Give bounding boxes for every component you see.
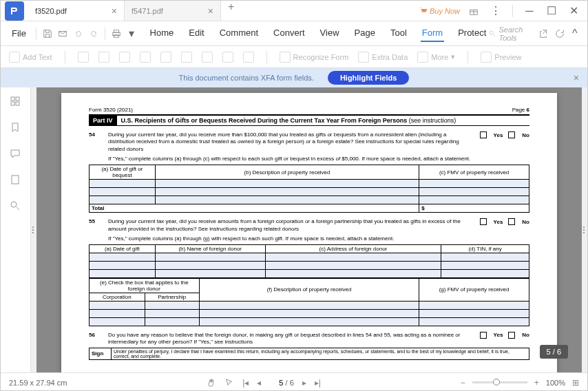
last-page-button[interactable]: ▸| [315,378,321,388]
form-id: Form 3520 (2021) [89,107,133,113]
attachment-icon[interactable] [10,174,22,187]
thumbnails-icon[interactable] [10,96,22,108]
content-area: Form 3520 (2021) Page 6 Part IV U.S. Rec… [1,87,587,372]
listbox-tool[interactable] [160,52,171,63]
document-tabs: f3520.pdf × f5471.pdf × + [28,1,419,21]
checkbox-no-54[interactable] [508,131,515,138]
zoom-in-button[interactable]: + [534,378,539,388]
button-tool[interactable] [181,52,192,63]
checkbox-yes-56[interactable] [480,332,487,339]
more-tool[interactable]: More ▾ [417,52,455,63]
q55-text: During your current tax year, did you re… [108,218,474,233]
kebab-menu-icon[interactable]: ⋮ [487,3,504,19]
xfa-message: This document contains XFA form fields. [179,74,314,82]
zoom-select[interactable]: 100% [546,379,565,387]
page-number: Page 6 [512,107,529,113]
radio-tool[interactable] [119,52,130,63]
preview-tool[interactable]: Preview [481,52,521,63]
collapse-ribbon-icon[interactable]: ^ [568,25,582,42]
sync-icon[interactable] [552,25,566,42]
table-cell[interactable] [90,180,156,188]
redo-icon[interactable] [87,25,101,42]
select-tool-icon[interactable] [224,378,234,388]
checkbox-no-56[interactable] [508,332,515,339]
extra-data-tool[interactable]: Extra Data [358,52,408,63]
maximize-button[interactable]: ☐ [543,3,560,19]
bookmark-icon[interactable] [10,122,22,134]
q56-number: 56 [89,332,103,338]
app-logo[interactable] [5,1,24,21]
menu-tab-home[interactable]: Home [149,25,176,42]
page-input[interactable] [269,379,283,387]
svg-point-5 [490,31,494,34]
sidebar [1,87,31,372]
pdf-page: Form 3520 (2021) Page 6 Part IV U.S. Rec… [61,93,557,372]
fit-page-icon[interactable]: ⊞ [572,378,579,388]
image-tool[interactable] [202,52,213,63]
comment-icon[interactable] [10,148,22,160]
file-menu[interactable]: File [6,25,32,41]
menu-tab-view[interactable]: View [319,25,341,42]
zoom-out-button[interactable]: − [461,378,465,388]
search-tools-input[interactable]: Search Tools [489,25,536,42]
search-icon [489,30,496,38]
svg-rect-10 [12,176,19,184]
form-toolbar: Add Text Recognize Form Extra Data More … [1,46,587,68]
zoom-slider[interactable] [472,381,527,383]
page-dimensions: 21.59 x 27.94 cm [9,379,67,387]
cart-icon [419,7,428,15]
recognize-form-tool[interactable]: Recognize Form [280,52,349,63]
menu-tab-page[interactable]: Page [353,25,377,42]
mail-icon[interactable] [56,25,70,42]
part-label: Part IV [89,116,117,125]
signature-tool[interactable] [222,52,233,63]
close-tab-icon[interactable]: × [112,6,117,17]
add-text-tool[interactable]: Add Text [9,52,52,63]
tab-f5471[interactable]: f5471.pdf × [125,1,221,21]
dropdown-tool[interactable] [140,52,151,63]
buy-now-link[interactable]: Buy Now [419,7,460,15]
tab-f3520[interactable]: f3520.pdf × [28,1,125,21]
page-counter: / 6 [269,379,293,387]
close-window-button[interactable]: ✕ [565,3,582,19]
menu-tab-tool[interactable]: Tool [389,25,408,42]
checkbox-tool[interactable] [98,52,109,63]
statusbar: 21.59 x 27.94 cm |◂ ◂ / 6 ▸ ▸| − + 100% … [1,372,587,391]
svg-rect-8 [11,102,14,105]
table-54: (a) Date of gift or bequest(b) Descripti… [89,165,529,213]
menu-tab-protect[interactable]: Protect [456,25,487,42]
gift-icon[interactable] [465,3,482,19]
print-icon[interactable] [109,25,123,42]
share-icon[interactable] [537,25,551,42]
minimize-button[interactable]: ─ [521,3,538,19]
close-banner-icon[interactable]: × [574,72,579,83]
dropdown-icon[interactable]: ▾ [125,25,138,42]
right-panel-handle[interactable] [582,87,587,372]
tab-label: f3520.pdf [35,7,67,15]
document-viewport[interactable]: Form 3520 (2021) Page 6 Part IV U.S. Rec… [36,87,582,372]
date-tool[interactable] [243,52,254,63]
menu-tab-comment[interactable]: Comment [218,25,260,42]
undo-icon[interactable] [71,25,85,42]
prev-page-button[interactable]: ◂ [257,378,261,388]
checkbox-yes-55[interactable] [480,218,487,225]
highlight-fields-button[interactable]: Highlight Fields [328,71,410,85]
next-page-button[interactable]: ▸ [302,378,306,388]
checkbox-yes-54[interactable] [480,131,487,138]
menu-tab-form[interactable]: Form [421,25,444,42]
table-55a: (a) Date of gift(b) Name of foreign dono… [89,244,529,278]
first-page-button[interactable]: |◂ [242,378,249,388]
search-panel-icon[interactable] [10,200,22,213]
part-title: U.S. Recipients of Gifts or Bequests Rec… [117,117,456,124]
svg-point-11 [11,202,17,207]
checkbox-no-55[interactable] [508,218,515,225]
hand-tool-icon[interactable] [207,378,216,388]
save-icon[interactable] [41,25,54,42]
close-tab-icon[interactable]: × [208,6,213,17]
text-field-tool[interactable] [78,52,89,63]
add-tab-button[interactable]: + [221,1,241,21]
svg-rect-7 [16,97,19,101]
menu-tab-convert[interactable]: Convert [272,25,306,42]
sidebar-expand-handle[interactable] [31,87,36,372]
menu-tab-edit[interactable]: Edit [187,25,205,42]
